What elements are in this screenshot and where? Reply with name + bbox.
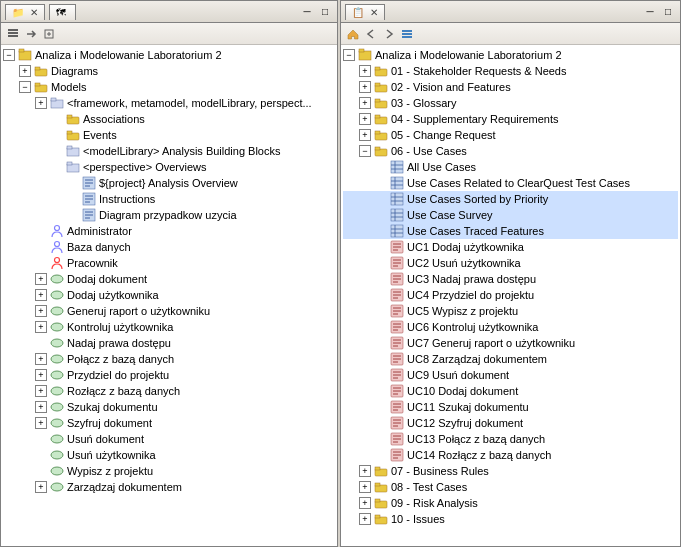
- tree-item-r-uc7[interactable]: UC7 Generuj raport o użytkowniku: [343, 335, 678, 351]
- tree-item-events[interactable]: Events: [3, 127, 335, 143]
- tree-item-dodaj-uzytkownika[interactable]: +Dodaj użytkownika: [3, 287, 335, 303]
- tree-item-r-05[interactable]: +05 - Change Request: [343, 127, 678, 143]
- right-panel-minimize[interactable]: ─: [642, 4, 658, 20]
- expand-btn-r-01[interactable]: +: [359, 65, 371, 77]
- expand-btn-r-07[interactable]: +: [359, 465, 371, 477]
- tree-item-r-uc4[interactable]: UC4 Przydziel do projektu: [343, 287, 678, 303]
- tree-item-modelLibrary[interactable]: <modelLibrary> Analysis Building Blocks: [3, 143, 335, 159]
- tree-item-r-uc1[interactable]: UC1 Dodaj użytkownika: [343, 239, 678, 255]
- tab-navigator[interactable]: 🗺: [49, 4, 76, 20]
- tree-item-r-uc12[interactable]: UC12 Szyfruj dokument: [343, 415, 678, 431]
- tree-item-wypisz-projekt[interactable]: Wypisz z projektu: [3, 463, 335, 479]
- collapse-all-button[interactable]: [5, 26, 21, 42]
- expand-all-button[interactable]: [399, 26, 415, 42]
- expand-btn-dodaj-dokument[interactable]: +: [35, 273, 47, 285]
- tree-item-r-uc9[interactable]: UC9 Usuń dokument: [343, 367, 678, 383]
- expand-btn-r-02[interactable]: +: [359, 81, 371, 93]
- tree-item-baza-danych[interactable]: Baza danych: [3, 239, 335, 255]
- tree-item-usun-uzytk[interactable]: Usuń użytkownika: [3, 447, 335, 463]
- expand-btn-models[interactable]: −: [19, 81, 31, 93]
- expand-btn-diagrams[interactable]: +: [19, 65, 31, 77]
- expand-btn-r-10[interactable]: +: [359, 513, 371, 525]
- tree-item-r-uc-survey[interactable]: Use Case Survey: [343, 207, 678, 223]
- tree-item-r-09[interactable]: +09 - Risk Analysis: [343, 495, 678, 511]
- tree-item-r-08[interactable]: +08 - Test Cases: [343, 479, 678, 495]
- expand-btn-r-04[interactable]: +: [359, 113, 371, 125]
- tree-item-zarzadzaj-dok[interactable]: +Zarządzaj dokumentem: [3, 479, 335, 495]
- tree-item-usun-dok[interactable]: Usuń dokument: [3, 431, 335, 447]
- tree-item-r-uc-clearquest[interactable]: Use Cases Related to ClearQuest Test Cas…: [343, 175, 678, 191]
- tree-item-r-01[interactable]: +01 - Stakeholder Requests & Needs: [343, 63, 678, 79]
- tree-item-r-07[interactable]: +07 - Business Rules: [343, 463, 678, 479]
- expand-btn-root[interactable]: −: [3, 49, 15, 61]
- tree-item-r-04[interactable]: +04 - Supplementary Requirements: [343, 111, 678, 127]
- tree-item-associations[interactable]: Associations: [3, 111, 335, 127]
- tree-item-r-root[interactable]: −Analiza i Modelowanie Laboratorium 2: [343, 47, 678, 63]
- tree-item-administrator[interactable]: Administrator: [3, 223, 335, 239]
- tree-item-rozlacz-baza[interactable]: +Rozłącz z bazą danych: [3, 383, 335, 399]
- expand-btn-r-root[interactable]: −: [343, 49, 355, 61]
- tree-item-project-overview[interactable]: ${project} Analysis Overview: [3, 175, 335, 191]
- tree-item-instructions[interactable]: Instructions: [3, 191, 335, 207]
- tree-item-r-uc-traced[interactable]: Use Cases Traced Features: [343, 223, 678, 239]
- forward-button[interactable]: [381, 26, 397, 42]
- tree-item-r-all-uc[interactable]: All Use Cases: [343, 159, 678, 175]
- left-panel-maximize[interactable]: □: [317, 4, 333, 20]
- tree-item-models[interactable]: −Models: [3, 79, 335, 95]
- tree-item-kontroluj-uzytk[interactable]: +Kontroluj użytkownika: [3, 319, 335, 335]
- tree-item-polacz-baza[interactable]: +Połącz z bazą danych: [3, 351, 335, 367]
- left-panel-minimize[interactable]: ─: [299, 4, 315, 20]
- expand-btn-r-06[interactable]: −: [359, 145, 371, 157]
- expand-btn-przydziel[interactable]: +: [35, 369, 47, 381]
- tree-item-r-06[interactable]: −06 - Use Cases: [343, 143, 678, 159]
- expand-btn-r-05[interactable]: +: [359, 129, 371, 141]
- expand-btn-framework[interactable]: +: [35, 97, 47, 109]
- tree-item-r-uc6[interactable]: UC6 Kontroluj użytkownika: [343, 319, 678, 335]
- tree-item-generuj-raport[interactable]: +Generuj raport o użytkowniku: [3, 303, 335, 319]
- tree-item-r-uc3[interactable]: UC3 Nadaj prawa dostępu: [343, 271, 678, 287]
- right-panel-maximize[interactable]: □: [660, 4, 676, 20]
- tab-requirement-explorer[interactable]: 📋 ✕: [345, 4, 385, 20]
- tree-item-r-10[interactable]: +10 - Issues: [343, 511, 678, 527]
- expand-btn-generuj-raport[interactable]: +: [35, 305, 47, 317]
- tree-item-r-uc13[interactable]: UC13 Połącz z bazą danych: [343, 431, 678, 447]
- tree-item-szukaj-dok[interactable]: +Szukaj dokumentu: [3, 399, 335, 415]
- tree-item-framework[interactable]: +<framework, metamodel, modelLibrary, pe…: [3, 95, 335, 111]
- home-button[interactable]: [345, 26, 361, 42]
- tree-item-r-uc8[interactable]: UC8 Zarządzaj dokumentem: [343, 351, 678, 367]
- tree-item-r-uc2[interactable]: UC2 Usuń użytkownika: [343, 255, 678, 271]
- tree-item-perspective[interactable]: <perspective> Overviews: [3, 159, 335, 175]
- expand-btn-r-09[interactable]: +: [359, 497, 371, 509]
- tab-req-explorer-close[interactable]: ✕: [370, 7, 378, 18]
- tree-item-r-uc11[interactable]: UC11 Szukaj dokumentu: [343, 399, 678, 415]
- left-tree-container[interactable]: −Analiza i Modelowanie Laboratorium 2+Di…: [1, 45, 337, 546]
- tree-item-r-uc10[interactable]: UC10 Dodaj dokument: [343, 383, 678, 399]
- expand-btn-szyfruj-dok[interactable]: +: [35, 417, 47, 429]
- tree-item-r-uc5[interactable]: UC5 Wypisz z projektu: [343, 303, 678, 319]
- tree-item-r-uc-sorted[interactable]: Use Cases Sorted by Priority: [343, 191, 678, 207]
- expand-btn-zarzadzaj-dok[interactable]: +: [35, 481, 47, 493]
- right-tree-container[interactable]: −Analiza i Modelowanie Laboratorium 2+01…: [341, 45, 680, 546]
- link-editor-button[interactable]: [23, 26, 39, 42]
- tree-item-diagrams[interactable]: +Diagrams: [3, 63, 335, 79]
- expand-btn-szukaj-dok[interactable]: +: [35, 401, 47, 413]
- tree-item-r-02[interactable]: +02 - Vision and Features: [343, 79, 678, 95]
- tree-item-nadaj-prawa[interactable]: Nadaj prawa dostępu: [3, 335, 335, 351]
- tree-item-diagram-przypadkow[interactable]: Diagram przypadkow uzycia: [3, 207, 335, 223]
- expand-btn-r-08[interactable]: +: [359, 481, 371, 493]
- expand-btn-polacz-baza[interactable]: +: [35, 353, 47, 365]
- tab-project-explorer[interactable]: 📁 ✕: [5, 4, 45, 20]
- tree-item-dodaj-dokument[interactable]: +Dodaj dokument: [3, 271, 335, 287]
- tree-item-r-uc14[interactable]: UC14 Rozłącz z bazą danych: [343, 447, 678, 463]
- tree-item-r-03[interactable]: +03 - Glossary: [343, 95, 678, 111]
- tree-item-przydziel[interactable]: +Przydziel do projektu: [3, 367, 335, 383]
- tree-item-szyfruj-dok[interactable]: +Szyfruj dokument: [3, 415, 335, 431]
- expand-btn-kontroluj-uzytk[interactable]: +: [35, 321, 47, 333]
- tree-item-root[interactable]: −Analiza i Modelowanie Laboratorium 2: [3, 47, 335, 63]
- expand-button[interactable]: [41, 26, 57, 42]
- expand-btn-dodaj-uzytkownika[interactable]: +: [35, 289, 47, 301]
- back-button[interactable]: [363, 26, 379, 42]
- expand-btn-rozlacz-baza[interactable]: +: [35, 385, 47, 397]
- tree-item-pracownik[interactable]: Pracownik: [3, 255, 335, 271]
- expand-btn-r-03[interactable]: +: [359, 97, 371, 109]
